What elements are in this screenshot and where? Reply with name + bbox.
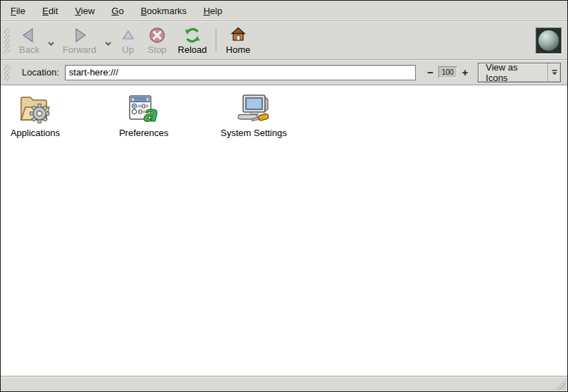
view-mode-label: View as Icons [479,63,548,82]
back-arrow-icon [20,25,38,44]
locationbar-drag-handle[interactable] [4,64,10,81]
combo-down-arrow-icon [548,63,560,82]
icon-view: Applications a Prefe [1,85,567,376]
location-bar: Location: − 100 + View as Icons [1,60,567,85]
location-input[interactable] [65,65,416,80]
system-settings-monitor-icon [233,90,274,125]
menubar: File Edit View Go Bookmarks Help [1,1,567,21]
icon-system-settings[interactable]: System Settings [216,90,291,138]
home-button[interactable]: Home [221,23,257,58]
toolbar-separator [216,28,216,51]
menu-file[interactable]: File [2,2,34,20]
zoom-out-button[interactable]: − [425,66,436,78]
icon-label: System Settings [221,128,287,138]
back-button[interactable]: Back [13,23,45,58]
applications-folder-gear-icon [16,90,54,125]
forward-button[interactable]: Forward [57,23,102,58]
menu-edit[interactable]: Edit [34,2,66,20]
stop-icon [148,25,166,44]
menu-go[interactable]: Go [103,2,132,20]
status-bar [1,376,567,391]
home-label: Home [226,44,251,55]
up-button[interactable]: Up [114,23,142,58]
menu-bookmarks[interactable]: Bookmarks [132,2,195,20]
svg-text:a: a [142,102,158,125]
menu-help[interactable]: Help [195,2,231,20]
icon-preferences[interactable]: a Preferences [112,90,175,138]
stop-label: Stop [148,44,167,55]
throbber-sphere-icon [536,27,562,54]
location-label: Location: [22,67,59,78]
back-label: Back [19,44,39,55]
up-arrow-icon [120,25,137,44]
forward-history-dropdown[interactable] [102,37,114,50]
zoom-in-button[interactable]: + [460,66,471,78]
preferences-dialog-icon: a [127,90,161,125]
toolbar: Back Forward Up [1,21,567,60]
file-manager-window: File Edit View Go Bookmarks Help Back Fo… [0,0,568,392]
home-icon [229,25,247,44]
back-history-dropdown[interactable] [45,37,57,50]
zoom-level-indicator: 100 [438,66,457,78]
reload-button[interactable]: Reload [172,23,212,58]
toolbar-drag-handle[interactable] [4,27,10,53]
icon-label: Applications [11,128,60,138]
reload-icon [183,25,202,44]
forward-arrow-icon [70,25,89,44]
icon-label: Preferences [119,128,168,138]
forward-label: Forward [63,44,97,55]
reload-label: Reload [178,44,206,55]
view-mode-dropdown[interactable]: View as Icons [478,63,561,82]
menu-view[interactable]: View [66,2,103,20]
chevron-down-icon [47,38,55,49]
throbber-orb [538,30,559,51]
chevron-down-icon [104,38,112,49]
icon-applications[interactable]: Applications [5,90,66,138]
resize-grip[interactable] [555,379,566,390]
stop-button[interactable]: Stop [142,23,173,58]
up-label: Up [122,44,134,55]
